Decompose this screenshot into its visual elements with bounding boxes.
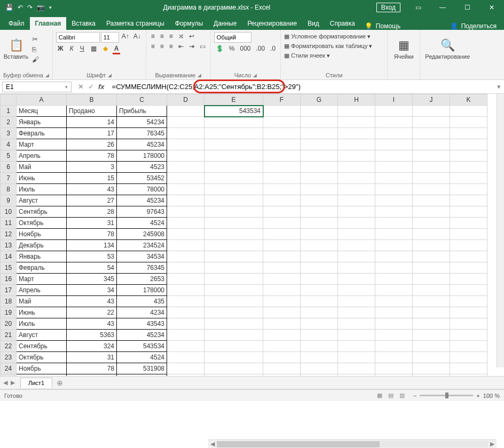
cell-G6[interactable] (301, 162, 338, 173)
cell-I10[interactable] (375, 206, 413, 218)
cell-G22[interactable] (301, 341, 338, 352)
cell-K19[interactable] (450, 307, 487, 318)
row-header-10[interactable]: 10 (1, 206, 17, 218)
cell-H12[interactable] (338, 229, 375, 240)
cell-H18[interactable] (338, 296, 375, 307)
format-as-table-button[interactable]: ▦ Форматировать как таблицу ▾ (284, 42, 372, 51)
cell-A16[interactable]: Март (17, 274, 67, 285)
cell-E19[interactable] (204, 307, 263, 318)
cell-J12[interactable] (413, 229, 450, 240)
cell-F17[interactable] (263, 285, 301, 296)
cell-B20[interactable]: 43 (67, 318, 117, 330)
cell-F23[interactable] (263, 352, 301, 363)
vertical-scrollbar[interactable] (497, 94, 504, 367)
maximize-icon[interactable]: ☐ (455, 0, 479, 15)
cell-D23[interactable] (167, 352, 204, 363)
zoom-level[interactable]: 100 % (483, 393, 500, 399)
cell-G7[interactable] (301, 173, 338, 184)
cell-G5[interactable] (301, 150, 338, 162)
fx-icon[interactable]: fx (98, 83, 105, 91)
cell-C24[interactable]: 531908 (117, 363, 167, 374)
cell-G14[interactable] (301, 251, 338, 262)
cell-G17[interactable] (301, 285, 338, 296)
cell-D11[interactable] (167, 218, 204, 229)
cell-E3[interactable] (204, 128, 263, 139)
cell-A17[interactable]: Апрель (17, 285, 67, 296)
align-center-icon[interactable]: ≡ (159, 42, 166, 51)
cell-H8[interactable] (338, 184, 375, 195)
cell-G8[interactable] (301, 184, 338, 195)
cell-B21[interactable]: 5363 (67, 330, 117, 341)
cell-I17[interactable] (375, 285, 413, 296)
editing-button[interactable]: 🔍 Редактирование (423, 32, 471, 66)
cell-J24[interactable] (413, 363, 450, 374)
row-header-19[interactable]: 19 (1, 307, 17, 318)
chevron-down-icon[interactable]: ▾ (65, 84, 68, 90)
cell-B17[interactable]: 34 (67, 285, 117, 296)
cell-F18[interactable] (263, 296, 301, 307)
cell-F7[interactable] (263, 173, 301, 184)
next-sheet-icon[interactable]: ▶ (11, 379, 15, 386)
cell-J22[interactable] (413, 341, 450, 352)
cut-icon[interactable]: ✂ (31, 35, 40, 44)
font-color-icon[interactable]: A (113, 44, 121, 54)
row-header-18[interactable]: 18 (1, 296, 17, 307)
copy-icon[interactable]: ⎘ (31, 45, 40, 54)
tab-insert[interactable]: Вставка (66, 17, 101, 30)
cell-A5[interactable]: Апрель (17, 150, 67, 162)
cell-B10[interactable]: 28 (67, 206, 117, 218)
row-header-4[interactable]: 4 (1, 139, 17, 150)
cell-H10[interactable] (338, 206, 375, 218)
cell-G20[interactable] (301, 318, 338, 330)
cell-D3[interactable] (167, 128, 204, 139)
tab-review[interactable]: Рецензирование (242, 17, 302, 30)
cell-B5[interactable]: 78 (67, 150, 117, 162)
cell-E1[interactable]: 543534 (204, 106, 263, 117)
cell-H2[interactable] (338, 117, 375, 128)
cell-D25[interactable] (167, 374, 204, 377)
cell-A12[interactable]: Ноябрь (17, 229, 67, 240)
tab-data[interactable]: Данные (208, 17, 242, 30)
cell-G21[interactable] (301, 330, 338, 341)
percent-icon[interactable]: % (227, 44, 237, 53)
cell-A19[interactable]: Июнь (17, 307, 67, 318)
cell-C2[interactable]: 54234 (117, 117, 167, 128)
cell-A10[interactable]: Сентябрь (17, 206, 67, 218)
cell-F2[interactable] (263, 117, 301, 128)
cell-J18[interactable] (413, 296, 450, 307)
formula-input[interactable]: =СУММЕСЛИМН(C2:C25;A2:A25;"Сентябрь";B2:… (109, 82, 494, 92)
cell-H23[interactable] (338, 352, 375, 363)
cell-H22[interactable] (338, 341, 375, 352)
cell-D22[interactable] (167, 341, 204, 352)
cell-D19[interactable] (167, 307, 204, 318)
cell-K20[interactable] (450, 318, 487, 330)
cell-E13[interactable] (204, 240, 263, 251)
number-format-combo[interactable] (214, 32, 251, 43)
cell-E23[interactable] (204, 352, 263, 363)
wrap-text-icon[interactable]: ↩ (187, 32, 196, 41)
cell-I12[interactable] (375, 229, 413, 240)
cell-G9[interactable] (301, 195, 338, 206)
cell-K4[interactable] (450, 139, 487, 150)
cell-K17[interactable] (450, 285, 487, 296)
add-sheet-icon[interactable]: ⊕ (52, 379, 67, 387)
align-top-icon[interactable]: ≡ (149, 32, 156, 41)
cell-J15[interactable] (413, 262, 450, 274)
cell-I16[interactable] (375, 274, 413, 285)
tab-home[interactable]: Главная (30, 17, 67, 30)
cell-E12[interactable] (204, 229, 263, 240)
cell-I15[interactable] (375, 262, 413, 274)
row-header-24[interactable]: 24 (1, 363, 17, 374)
format-painter-icon[interactable]: 🖌 (31, 55, 40, 64)
cell-C23[interactable]: 4524 (117, 352, 167, 363)
cell-K8[interactable] (450, 184, 487, 195)
minimize-icon[interactable]: — (430, 0, 455, 15)
cell-A15[interactable]: Февраль (17, 262, 67, 274)
row-header-6[interactable]: 6 (1, 162, 17, 173)
cell-E18[interactable] (204, 296, 263, 307)
cell-D10[interactable] (167, 206, 204, 218)
cell-B7[interactable]: 15 (67, 173, 117, 184)
cell-A6[interactable]: Май (17, 162, 67, 173)
cell-B15[interactable]: 54 (67, 262, 117, 274)
cell-F19[interactable] (263, 307, 301, 318)
